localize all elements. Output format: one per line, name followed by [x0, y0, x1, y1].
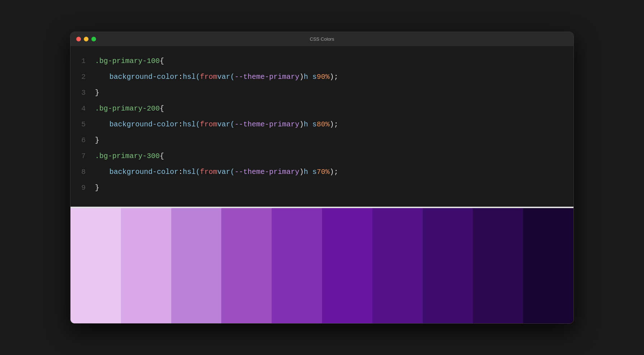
close-hsl-1: ) [330, 69, 334, 85]
titlebar: CSS Colors [71, 32, 573, 46]
code-line-1: 1 .bg-primary-100 { [81, 53, 563, 69]
line-8-content: background-color : hsl( from var( --them… [95, 164, 338, 180]
swatch-500 [272, 208, 322, 323]
window-title: CSS Colors [310, 36, 334, 42]
line-7-content: .bg-primary-300 { [95, 148, 164, 164]
var-func-2: var( [217, 117, 235, 132]
swatch-800 [423, 208, 473, 323]
close-var-2: ) [299, 117, 304, 132]
code-line-7: 7 .bg-primary-300 { [81, 148, 563, 164]
line-number-1: 1 [81, 53, 92, 69]
brace-3: { [160, 148, 164, 164]
hsl-func-1: hsl( [183, 69, 200, 85]
close-button[interactable] [76, 37, 81, 41]
semi-1: ; [334, 69, 338, 85]
var-name-2: --theme-primary [235, 117, 299, 132]
code-editor: 1 .bg-primary-100 { 2 background-color :… [71, 46, 573, 207]
line-9-content: } [95, 180, 99, 196]
swatch-400 [221, 208, 272, 323]
code-line-2: 2 background-color : hsl( from var( --th… [81, 69, 563, 85]
property-1: background-color [109, 69, 178, 85]
from-keyword-3: from [200, 164, 217, 180]
colon-1: : [178, 69, 183, 85]
swatch-100 [71, 208, 121, 323]
swatch-600 [322, 208, 372, 323]
line-number-8: 8 [81, 164, 92, 180]
selector-1: .bg-primary-100 [95, 53, 160, 69]
swatch-300 [171, 208, 222, 323]
line-2-content: background-color : hsl( from var( --them… [95, 69, 338, 85]
hsl-func-2: hsl( [183, 117, 200, 132]
lightness-1: 90% [317, 69, 330, 85]
hsl-func-3: hsl( [183, 164, 200, 180]
brace-2: { [160, 101, 164, 117]
maximize-button[interactable] [91, 37, 96, 41]
color-swatches-container [71, 208, 573, 323]
code-line-8: 8 background-color : hsl( from var( --th… [81, 164, 563, 180]
semi-3: ; [334, 164, 338, 180]
channels-3: h s [304, 164, 317, 180]
lightness-2: 80% [317, 117, 330, 132]
line-number-9: 9 [81, 180, 92, 196]
line-6-content: } [95, 132, 99, 148]
line-4-content: .bg-primary-200 { [95, 101, 164, 117]
swatch-700 [372, 208, 423, 323]
selector-3: .bg-primary-300 [95, 148, 160, 164]
line-number-4: 4 [81, 101, 92, 117]
from-keyword-2: from [200, 117, 217, 132]
code-line-6: 6 } [81, 132, 563, 148]
line-number-3: 3 [81, 85, 92, 101]
code-line-3: 3 } [81, 85, 563, 101]
code-line-5: 5 background-color : hsl( from var( --th… [81, 117, 563, 132]
var-name-1: --theme-primary [235, 69, 299, 85]
minimize-button[interactable] [84, 37, 89, 41]
channels-2: h s [304, 117, 317, 132]
from-keyword-1: from [200, 69, 217, 85]
brace-1: { [160, 53, 164, 69]
close-var-3: ) [299, 164, 304, 180]
colon-2: : [178, 117, 183, 132]
close-brace-3: } [95, 180, 99, 196]
colon-3: : [178, 164, 183, 180]
close-var-1: ) [299, 69, 304, 85]
swatch-950 [523, 208, 573, 323]
semi-2: ; [334, 117, 338, 132]
property-3: background-color [109, 164, 178, 180]
var-name-3: --theme-primary [235, 164, 299, 180]
line-3-content: } [95, 85, 99, 101]
close-hsl-3: ) [330, 164, 334, 180]
var-func-1: var( [217, 69, 235, 85]
swatch-900 [473, 208, 523, 323]
code-line-4: 4 .bg-primary-200 { [81, 101, 563, 117]
code-line-9: 9 } [81, 180, 563, 196]
close-hsl-2: ) [330, 117, 334, 132]
line-number-7: 7 [81, 148, 92, 164]
channels-1: h s [304, 69, 317, 85]
swatch-200 [121, 208, 171, 323]
var-func-3: var( [217, 164, 235, 180]
close-brace-2: } [95, 132, 99, 148]
line-number-5: 5 [81, 117, 92, 132]
lightness-3: 70% [317, 164, 330, 180]
line-1-content: .bg-primary-100 { [95, 53, 164, 69]
line-number-6: 6 [81, 132, 92, 148]
line-number-2: 2 [81, 69, 92, 85]
app-window: CSS Colors 1 .bg-primary-100 { 2 backgro… [70, 32, 574, 324]
close-brace-1: } [95, 85, 99, 101]
selector-2: .bg-primary-200 [95, 101, 160, 117]
traffic-lights [76, 37, 96, 41]
line-5-content: background-color : hsl( from var( --them… [95, 117, 338, 132]
property-2: background-color [109, 117, 178, 132]
